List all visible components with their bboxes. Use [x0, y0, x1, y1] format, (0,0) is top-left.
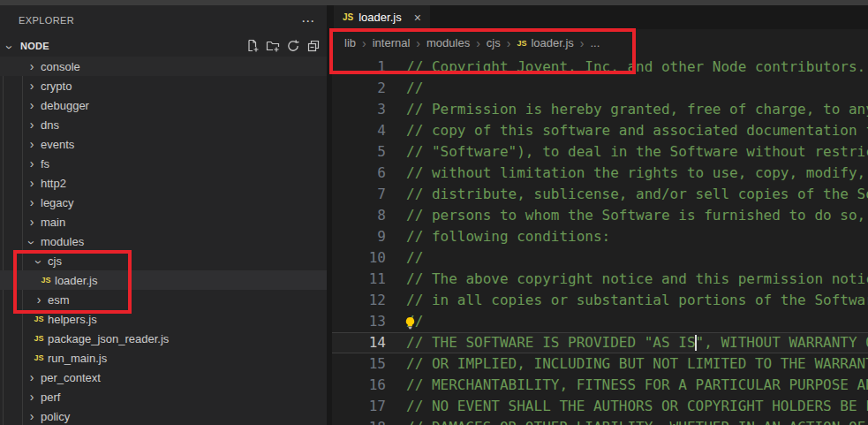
code-text: // "Software"), to deal in the Software …: [406, 141, 868, 163]
line-number: 3: [332, 99, 386, 120]
code-line[interactable]: 7 // distribute, sublicense, and/or sell…: [332, 184, 868, 205]
tree-item-label: helpers.js: [48, 313, 97, 326]
code-text: // DAMAGES OR OTHER LIABILITY, WHETHER I…: [406, 417, 868, 425]
code-line[interactable]: 5 // "Software"), to deal in the Softwar…: [332, 141, 868, 163]
breadcrumb-item[interactable]: JS modules ›: [426, 36, 487, 49]
tree-item-label: http2: [41, 177, 66, 190]
line-number: 16: [332, 375, 386, 396]
breadcrumb-label: modules: [426, 36, 470, 49]
code-text: // persons to whom the Software is furni…: [406, 205, 868, 226]
tree-item-label: package_json_reader.js: [48, 332, 169, 345]
code-line[interactable]: 2 //: [332, 78, 868, 99]
code-line[interactable]: 8 // persons to whom the Software is fur…: [332, 205, 868, 226]
chevron-icon: ›: [32, 293, 46, 306]
tab-loader-js[interactable]: JS loader.js ×: [334, 5, 430, 29]
code-line[interactable]: 15 // OR IMPLIED, INCLUDING BUT NOT LIMI…: [332, 353, 868, 375]
tree-item-label: cjs: [48, 254, 62, 268]
breadcrumb-label: cjs: [487, 36, 501, 49]
tree-item[interactable]: › JS modules: [0, 231, 327, 251]
chevron-icon: ›: [25, 196, 39, 209]
breadcrumb-item[interactable]: JS internal ›: [373, 36, 426, 49]
tree-item[interactable]: › JS perf: [0, 387, 327, 406]
vscode-window: EXPLORER ⋯ › NODE: [0, 0, 868, 425]
js-file-icon: JS: [39, 276, 53, 285]
code-line[interactable]: 17 // NO EVENT SHALL THE AUTHORS OR COPY…: [332, 396, 868, 417]
file-tree: › JS console › JS crypto › JS debugger: [0, 57, 327, 425]
tree-item-label: policy: [41, 410, 70, 423]
tree-item-label: crypto: [41, 80, 72, 93]
breadcrumb-item[interactable]: JS ... ›: [590, 36, 600, 49]
code-text: //: [406, 247, 423, 269]
code-text: // OR IMPLIED, INCLUDING BUT NOT LIMITED…: [406, 353, 868, 375]
js-file-icon: JS: [32, 315, 46, 323]
tree-item[interactable]: › JS debugger: [0, 95, 327, 115]
code-line[interactable]: 10 //: [332, 247, 868, 269]
chevron-icon: ›: [25, 118, 39, 131]
new-file-button[interactable]: [244, 37, 261, 55]
breadcrumb-separator-icon: ›: [580, 37, 585, 49]
code-line[interactable]: 14 // THE SOFTWARE IS PROVIDED "AS IS", …: [332, 332, 868, 353]
text-cursor: [695, 335, 697, 351]
tree-item-label: run_main.js: [48, 352, 107, 365]
chevron-icon: ›: [33, 255, 45, 269]
tree-item[interactable]: › JS helpers.js: [0, 309, 327, 329]
new-folder-button[interactable]: [264, 37, 282, 55]
tree-item[interactable]: › JS run_main.js: [0, 348, 327, 368]
refresh-button[interactable]: [284, 37, 302, 55]
line-number: 15: [332, 353, 386, 375]
code-line[interactable]: 13 //: [332, 311, 868, 332]
line-number: 12: [332, 290, 386, 311]
breadcrumb-item[interactable]: JS lib ›: [344, 36, 373, 49]
line-number: 7: [332, 184, 386, 205]
quickfix-lightbulb-icon[interactable]: [404, 315, 417, 328]
section-actions: [244, 37, 327, 55]
code-line[interactable]: 3 // Permission is hereby granted, free …: [332, 99, 868, 120]
tree-item[interactable]: › JS policy: [0, 406, 327, 425]
tree-item[interactable]: › JS esm: [0, 290, 327, 309]
tree-item[interactable]: › JS dns: [0, 115, 327, 134]
tree-item-label: esm: [48, 293, 70, 307]
code-line[interactable]: 18 // DAMAGES OR OTHER LIABILITY, WHETHE…: [332, 417, 868, 425]
code-line[interactable]: 9 // following conditions:: [332, 226, 868, 247]
tree-item[interactable]: › JS http2: [0, 173, 327, 193]
more-actions-icon[interactable]: ⋯: [301, 14, 314, 27]
code-line[interactable]: 11 // The above copyright notice and thi…: [332, 269, 868, 290]
breadcrumb-separator-icon: ›: [416, 37, 420, 49]
breadcrumb-item[interactable]: JS cjs ›: [487, 36, 517, 49]
code-area[interactable]: 1 // Copyright Joyent, Inc. and other No…: [332, 57, 868, 425]
code-text: // copy of this software and associated …: [406, 120, 868, 141]
breadcrumb-separator-icon: ›: [507, 37, 511, 49]
tree-item[interactable]: › JS cjs: [0, 251, 327, 270]
chevron-icon: ›: [25, 177, 39, 189]
breadcrumb-item[interactable]: JS loader.js ›: [517, 36, 590, 49]
code-line[interactable]: 16 // MERCHANTABILITY, FITNESS FOR A PAR…: [332, 375, 868, 396]
tree-item[interactable]: › JS events: [0, 134, 327, 154]
code-text: // The above copyright notice and this p…: [406, 269, 868, 290]
code-line[interactable]: 4 // copy of this software and associate…: [332, 120, 868, 141]
code-text: // without limitation the rights to use,…: [406, 163, 868, 184]
tree-item[interactable]: › JS legacy: [0, 193, 327, 212]
node-section-title: NODE: [20, 41, 49, 51]
node-section-header[interactable]: › NODE: [0, 35, 327, 57]
js-file-icon: JS: [517, 39, 526, 48]
tree-item[interactable]: › JS per_context: [0, 368, 327, 387]
close-icon[interactable]: ×: [414, 11, 421, 24]
tree-item[interactable]: › JS crypto: [0, 76, 327, 95]
tree-item-label: dns: [41, 118, 59, 132]
collapse-all-button[interactable]: [305, 37, 322, 55]
tree-item[interactable]: › JS main: [0, 212, 327, 231]
tree-item[interactable]: › JS package_json_reader.js: [0, 329, 327, 348]
chevron-icon: ›: [25, 60, 39, 72]
tree-item[interactable]: › JS fs: [0, 154, 327, 173]
js-file-icon: JS: [32, 334, 46, 343]
tree-item[interactable]: › JS loader.js: [0, 270, 327, 290]
code-line[interactable]: 12 // in all copies or substantial porti…: [332, 290, 868, 311]
code-text: //: [406, 78, 423, 99]
tree-item[interactable]: › JS console: [0, 57, 327, 76]
chevron-icon: ›: [25, 216, 39, 228]
breadcrumb: JS lib › JS internal › JS: [332, 29, 868, 57]
code-line[interactable]: 1 // Copyright Joyent, Inc. and other No…: [332, 57, 868, 78]
line-number: 13: [332, 311, 386, 332]
code-line[interactable]: 6 // without limitation the rights to us…: [332, 163, 868, 184]
line-number: 18: [332, 417, 386, 425]
